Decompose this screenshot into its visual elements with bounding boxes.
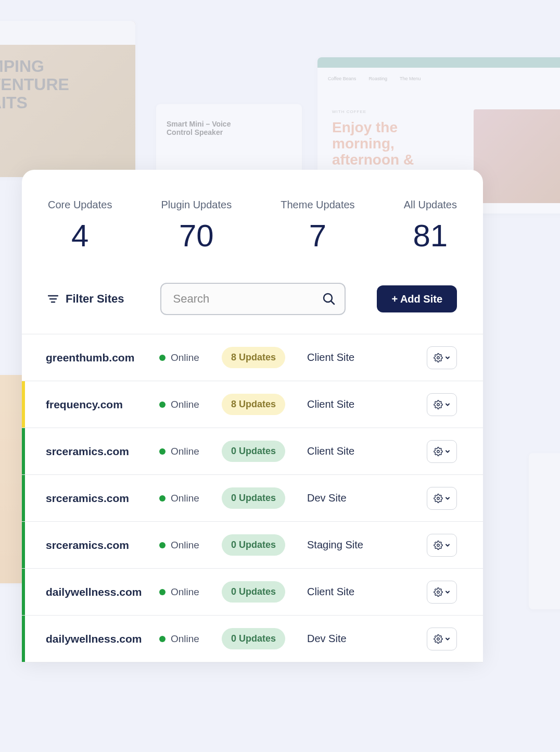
- site-type: Client Site: [305, 398, 427, 410]
- site-actions: [427, 393, 457, 416]
- status-text: Online: [171, 446, 199, 457]
- site-type: Client Site: [305, 445, 427, 457]
- gear-icon: [434, 353, 443, 362]
- chevron-down-icon: [445, 449, 450, 454]
- status-text: Online: [171, 633, 199, 645]
- site-type: Client Site: [305, 586, 427, 598]
- updates-badge: 0 Updates: [222, 581, 285, 603]
- status-text: Online: [171, 493, 199, 504]
- updates-badge: 0 Updates: [222, 628, 285, 649]
- bg-mockup-1: [0, 21, 135, 177]
- status-dot-icon: [159, 448, 166, 455]
- bg-mockup-5: [529, 453, 560, 609]
- gear-icon: [434, 541, 443, 550]
- status-dot-icon: [159, 636, 166, 642]
- stat-value: 70: [161, 220, 232, 252]
- site-row[interactable]: frequency.com Online 8 Updates Client Si…: [22, 381, 483, 428]
- stats-row: Core Updates 4 Plugin Updates 70 Theme U…: [22, 170, 483, 272]
- chevron-down-icon: [445, 590, 450, 595]
- site-actions: [427, 487, 457, 510]
- site-settings-button[interactable]: [427, 534, 457, 557]
- site-settings-button[interactable]: [427, 581, 457, 604]
- site-status: Online: [159, 540, 222, 551]
- stat-all-updates[interactable]: All Updates 81: [404, 199, 457, 252]
- chevron-down-icon: [445, 496, 450, 501]
- site-row[interactable]: srceramics.com Online 0 Updates Dev Site: [22, 475, 483, 522]
- site-domain: dailywellness.com: [46, 586, 159, 598]
- site-domain: dailywellness.com: [46, 633, 159, 645]
- site-domain: greenthumb.com: [46, 352, 159, 364]
- svg-point-5: [437, 356, 440, 359]
- site-status: Online: [159, 352, 222, 364]
- status-text: Online: [171, 586, 199, 598]
- svg-point-6: [437, 403, 440, 406]
- stat-value: 81: [404, 220, 457, 252]
- chevron-down-icon: [445, 543, 450, 548]
- stat-label: All Updates: [404, 199, 457, 211]
- stat-label: Core Updates: [48, 199, 112, 211]
- site-row[interactable]: srceramics.com Online 0 Updates Client S…: [22, 428, 483, 475]
- status-dot-icon: [159, 495, 166, 502]
- controls-row: Filter Sites + Add Site: [22, 272, 483, 334]
- site-row[interactable]: greenthumb.com Online 8 Updates Client S…: [22, 334, 483, 381]
- status-text: Online: [171, 399, 199, 410]
- site-settings-button[interactable]: [427, 487, 457, 510]
- site-settings-button[interactable]: [427, 393, 457, 416]
- chevron-down-icon: [445, 355, 450, 360]
- svg-point-7: [437, 450, 440, 453]
- site-status: Online: [159, 586, 222, 598]
- status-dot-icon: [159, 589, 166, 595]
- site-status: Online: [159, 399, 222, 410]
- site-settings-button[interactable]: [427, 440, 457, 463]
- site-domain: srceramics.com: [46, 539, 159, 552]
- stat-value: 7: [281, 220, 354, 252]
- sites-dashboard-card: Core Updates 4 Plugin Updates 70 Theme U…: [22, 170, 483, 662]
- site-updates: 0 Updates: [222, 441, 305, 462]
- gear-icon: [434, 634, 443, 644]
- status-text: Online: [171, 352, 199, 364]
- updates-badge: 0 Updates: [222, 534, 285, 556]
- status-text: Online: [171, 540, 199, 551]
- site-row[interactable]: dailywellness.com Online 0 Updates Clien…: [22, 569, 483, 616]
- site-actions: [427, 628, 457, 650]
- site-actions: [427, 534, 457, 557]
- stat-plugin-updates[interactable]: Plugin Updates 70: [161, 199, 232, 252]
- site-updates: 8 Updates: [222, 347, 305, 368]
- filter-icon: [48, 295, 58, 303]
- updates-badge: 0 Updates: [222, 487, 285, 509]
- site-actions: [427, 440, 457, 463]
- svg-point-11: [437, 637, 440, 640]
- site-actions: [427, 346, 457, 369]
- site-row[interactable]: dailywellness.com Online 0 Updates Dev S…: [22, 616, 483, 662]
- stat-label: Theme Updates: [281, 199, 354, 211]
- search-box: [160, 283, 346, 315]
- site-list: greenthumb.com Online 8 Updates Client S…: [22, 334, 483, 662]
- status-dot-icon: [159, 355, 166, 361]
- stat-core-updates[interactable]: Core Updates 4: [48, 199, 112, 252]
- site-actions: [427, 581, 457, 604]
- filter-sites-button[interactable]: Filter Sites: [48, 292, 124, 306]
- add-site-button[interactable]: + Add Site: [377, 285, 457, 312]
- stat-theme-updates[interactable]: Theme Updates 7: [281, 199, 354, 252]
- stat-label: Plugin Updates: [161, 199, 232, 211]
- chevron-down-icon: [445, 636, 450, 642]
- site-settings-button[interactable]: [427, 628, 457, 650]
- site-status: Online: [159, 633, 222, 645]
- site-domain: frequency.com: [46, 398, 159, 411]
- gear-icon: [434, 400, 443, 409]
- site-domain: srceramics.com: [46, 445, 159, 458]
- gear-icon: [434, 587, 443, 597]
- site-type: Dev Site: [305, 492, 427, 504]
- updates-badge: 0 Updates: [222, 441, 285, 462]
- search-input[interactable]: [160, 283, 346, 315]
- site-updates: 0 Updates: [222, 581, 305, 603]
- chevron-down-icon: [445, 402, 450, 407]
- svg-point-9: [437, 544, 440, 546]
- site-type: Staging Site: [305, 539, 427, 551]
- updates-badge: 8 Updates: [222, 347, 285, 368]
- site-type: Dev Site: [305, 633, 427, 645]
- gear-icon: [434, 494, 443, 503]
- site-settings-button[interactable]: [427, 346, 457, 369]
- gear-icon: [434, 447, 443, 456]
- site-row[interactable]: srceramics.com Online 0 Updates Staging …: [22, 522, 483, 569]
